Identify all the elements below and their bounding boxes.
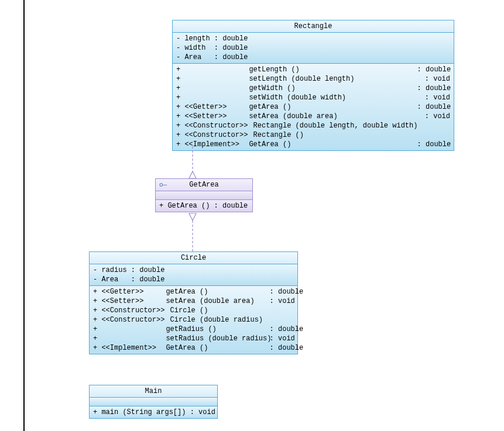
attribute-row: - Area : double (176, 53, 450, 62)
operation-row: + setWidth (double width) : void (176, 93, 450, 102)
class-rectangle: Rectangle - length : double- width : dou… (172, 20, 454, 151)
operation-row: + <<Implement>> GetArea () : double (176, 140, 450, 149)
operation-row: + <<Setter>> setArea (double area) : voi… (176, 112, 450, 121)
class-main: Main + main (String args[]) : void (89, 385, 218, 419)
operation-row: + setRadius (double radius) : void (93, 334, 294, 343)
attr-section: - radius : double- Area : double (90, 264, 297, 286)
uml-diagram: Rectangle - length : double- width : dou… (23, 0, 504, 431)
svg-marker-1 (189, 171, 196, 178)
operation-row: + <<Constructor>> Rectangle (double leng… (176, 121, 450, 130)
operation-row: + getWidth () : double (176, 84, 450, 93)
op-section: + getLength () : double+ setLength (doub… (173, 64, 454, 150)
operation-row: + <<Getter>> getArea () : double (93, 287, 294, 296)
attr-section: - length : double- width : double- Area … (173, 33, 454, 64)
operation-row: + <<Constructor>> Circle () (93, 306, 294, 315)
operation-row: + getRadius () : double (93, 325, 294, 334)
attribute-row: - length : double (176, 34, 450, 43)
operation-row: + main (String args[]) : void (93, 408, 214, 417)
class-title: Rectangle (173, 20, 454, 33)
attribute-row: - radius : double (93, 266, 294, 275)
operation-row: + setLength (double length) : void (176, 74, 450, 84)
operation-row: + <<Setter>> setArea (double area) : voi… (93, 296, 294, 306)
attribute-row: - width : double (176, 43, 450, 53)
class-title: Circle (90, 252, 297, 264)
class-title: Main (90, 385, 217, 398)
operation-row: + <<Constructor>> Rectangle () (176, 130, 450, 140)
operation-row: + <<Implement>> GetArea () : double (93, 343, 294, 353)
lollipop-icon: o— (159, 181, 167, 188)
op-section: + GetArea () : double (156, 200, 252, 212)
class-circle: Circle - radius : double- Area : double … (89, 251, 298, 354)
interface-getarea: o— GetArea + GetArea () : double (155, 178, 253, 212)
attr-section (156, 191, 252, 200)
operation-row: + GetArea () : double (159, 201, 249, 211)
operation-row: + getLength () : double (176, 65, 450, 74)
interface-title: GetArea (156, 179, 252, 191)
op-section: + main (String args[]) : void (90, 406, 217, 418)
op-section: + <<Getter>> getArea () : double+ <<Sett… (90, 286, 297, 354)
attribute-row: - Area : double (93, 275, 294, 284)
operation-row: + <<Getter>> getArea () : double (176, 102, 450, 112)
operation-row: + <<Constructor>> Circle (double radius) (93, 315, 294, 325)
svg-marker-3 (189, 213, 196, 220)
attr-section (90, 398, 217, 406)
